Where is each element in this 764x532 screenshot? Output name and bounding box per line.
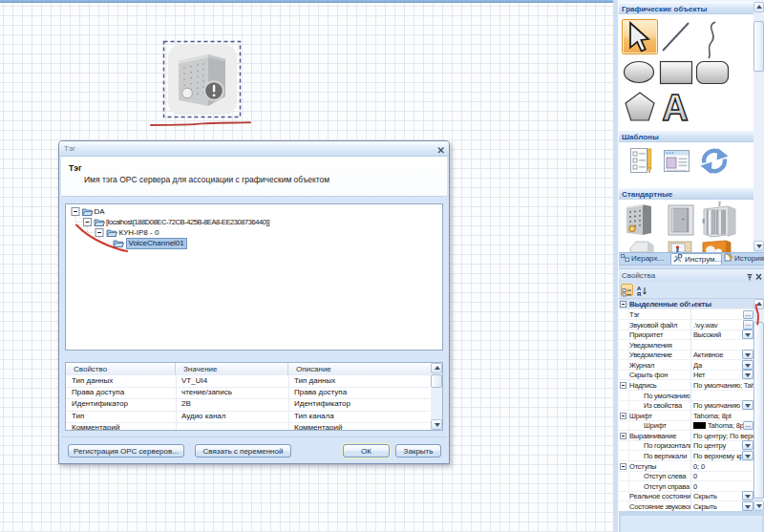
- svg-text:Я: Я: [637, 291, 641, 297]
- svg-text:A: A: [662, 88, 688, 128]
